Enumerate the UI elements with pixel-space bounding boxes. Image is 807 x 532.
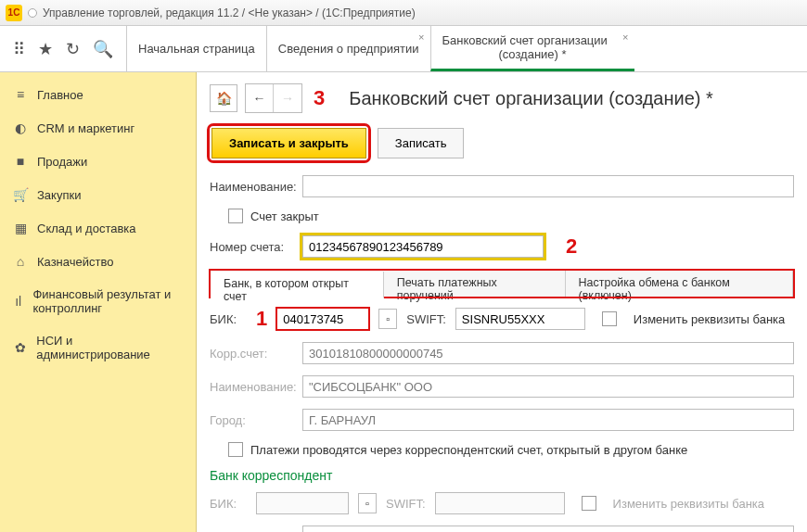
header-row: 🏠 ← → 3 Банковский счет организации (соз…: [210, 83, 794, 113]
sidebar-item-label: Продажи: [37, 155, 87, 169]
tab-home[interactable]: Начальная страница: [126, 26, 266, 71]
row-closed: Счет закрыт: [228, 209, 794, 223]
sidebar-item-main[interactable]: ≡Главное: [0, 78, 196, 111]
apps-icon[interactable]: ⠿: [13, 39, 25, 59]
annotation-3: 3: [314, 86, 325, 110]
label-korr-swift: SWIFT:: [386, 497, 426, 511]
tab-bank-account[interactable]: Банковский счет организации (создание) *…: [430, 26, 634, 71]
bank-icon: ⌂: [13, 254, 28, 269]
tab-company[interactable]: Сведения о предприятии ×: [266, 26, 430, 71]
home-button[interactable]: 🏠: [210, 84, 237, 112]
row-bankname: Наименование:: [210, 375, 794, 398]
sidebar-item-warehouse[interactable]: ▦Склад и доставка: [0, 211, 196, 245]
row-korr: Корр.счет:: [210, 342, 794, 364]
korr2-input: [302, 526, 794, 532]
top-tabs: Начальная страница Сведения о предприяти…: [126, 26, 807, 71]
label-korr-other: Платежи проводятся через корреспондентск…: [250, 443, 687, 457]
sidebar-item-treasury[interactable]: ⌂Казначейство: [0, 245, 196, 278]
label-swift: SWIFT:: [406, 312, 446, 326]
label-change-req: Изменить реквизиты банка: [634, 312, 785, 326]
subtab-print[interactable]: Печать платежных поручений: [384, 271, 566, 298]
sidebar-item-label: Казначейство: [37, 255, 113, 269]
status-circle-icon: [28, 8, 37, 18]
forward-button[interactable]: →: [274, 84, 301, 112]
section-korrbank: Банк корреспондент: [210, 468, 794, 483]
sidebar-item-label: НСИ и администрирование: [36, 334, 183, 361]
korr-input: [302, 342, 794, 364]
subtabs: Банк, в котором открыт счет Печать плате…: [210, 270, 794, 298]
sidebar-item-label: Склад и доставка: [37, 222, 136, 235]
row-korr2: Корр.счет:: [210, 526, 794, 532]
cart-icon: 🛒: [13, 187, 28, 202]
star-icon[interactable]: ★: [38, 39, 53, 59]
swift-input[interactable]: [455, 308, 585, 330]
sidebar-item-sales[interactable]: ■Продажи: [0, 145, 196, 178]
closed-checkbox[interactable]: [228, 209, 243, 223]
sidebar-item-label: Главное: [37, 88, 83, 102]
close-icon[interactable]: ×: [622, 32, 628, 43]
top-toolbar: ⠿ ★ ↻ 🔍 Начальная страница Сведения о пр…: [0, 26, 807, 72]
tab-label: Начальная страница: [138, 42, 255, 56]
label-bik: БИК:: [210, 312, 247, 326]
tab-label: Банковский счет организации: [442, 33, 623, 47]
grid-icon: ▦: [13, 221, 28, 235]
sidebar-item-purchase[interactable]: 🛒Закупки: [0, 178, 196, 211]
label-korr: Корр.счет:: [210, 347, 302, 361]
subtab-bank[interactable]: Банк, в котором открыт счет: [211, 272, 384, 298]
korr-bik-input: [256, 492, 349, 514]
history-icon[interactable]: ↻: [66, 39, 80, 59]
sidebar-item-finance[interactable]: ılФинансовый результат и контроллинг: [0, 278, 196, 324]
sidebar-item-label: Финансовый результат и контроллинг: [32, 287, 183, 315]
tab-label-sub: (создание) *: [442, 47, 623, 61]
city-input: [302, 409, 794, 431]
korr-bik-lookup-icon[interactable]: ▫: [358, 493, 377, 513]
annotation-1: 1: [256, 307, 267, 331]
page-title: Банковский счет организации (создание) *: [349, 88, 713, 109]
window-title: Управление торговлей, редакция 11.2 / <Н…: [43, 6, 416, 19]
label-korr-change: Изменить реквизиты банка: [613, 497, 764, 511]
korr-change-checkbox[interactable]: [582, 496, 596, 511]
korr-other-checkbox[interactable]: [228, 442, 243, 457]
row-city: Город:: [210, 409, 794, 431]
titlebar: 1C Управление торговлей, редакция 11.2 /…: [0, 0, 807, 26]
nav-group: ← →: [245, 83, 302, 113]
sidebar-item-label: CRM и маркетинг: [37, 121, 134, 135]
save-close-button[interactable]: Записать и закрыть: [211, 128, 366, 158]
row-korr-other: Платежи проводятся через корреспондентск…: [228, 442, 794, 457]
sidebar-item-crm[interactable]: ◐CRM и маркетинг: [0, 111, 196, 145]
label-closed: Счет закрыт: [250, 209, 319, 223]
pie-icon: ◐: [13, 120, 28, 135]
row-name: Наименование:: [210, 175, 794, 197]
korr-swift-input: [435, 492, 565, 514]
close-icon[interactable]: ×: [418, 32, 424, 43]
row-bik: БИК: 1 ▫ SWIFT: Изменить реквизиты банка: [210, 307, 794, 331]
bankname-input: [302, 375, 794, 398]
back-button[interactable]: ←: [246, 84, 274, 112]
menu-icon: ≡: [13, 87, 28, 102]
row-korr-bik: БИК: ▫ SWIFT: Изменить реквизиты банка: [210, 492, 794, 514]
search-icon[interactable]: 🔍: [93, 39, 113, 59]
subtab-exchange[interactable]: Настройка обмена с банком (включен): [566, 271, 794, 298]
save-button[interactable]: Записать: [378, 128, 465, 158]
annotation-2: 2: [566, 234, 577, 259]
name-input[interactable]: [302, 175, 794, 197]
main-area: ≡Главное ◐CRM и маркетинг ■Продажи 🛒Заку…: [0, 72, 807, 532]
highlight-save-close: Записать и закрыть: [210, 126, 368, 160]
bik-input[interactable]: [276, 308, 369, 330]
gear-icon: ✿: [13, 340, 27, 355]
content: 🏠 ← → 3 Банковский счет организации (соз…: [197, 72, 807, 532]
change-req-checkbox[interactable]: [602, 311, 617, 326]
chart-icon: ıl: [13, 294, 23, 309]
button-row: Записать и закрыть Записать: [210, 126, 794, 160]
row-account: Номер счета: 2: [210, 234, 794, 259]
tag-icon: ■: [13, 154, 28, 169]
toolbar-icons: ⠿ ★ ↻ 🔍: [0, 26, 126, 71]
app-logo-icon: 1C: [6, 5, 22, 21]
sidebar-item-label: Закупки: [37, 188, 81, 202]
label-city: Город:: [210, 413, 302, 427]
sidebar-item-admin[interactable]: ✿НСИ и администрирование: [0, 324, 196, 371]
account-input[interactable]: [302, 235, 544, 258]
sidebar: ≡Главное ◐CRM и маркетинг ■Продажи 🛒Заку…: [0, 72, 197, 532]
label-account: Номер счета:: [210, 240, 302, 254]
bik-lookup-icon[interactable]: ▫: [378, 309, 397, 329]
